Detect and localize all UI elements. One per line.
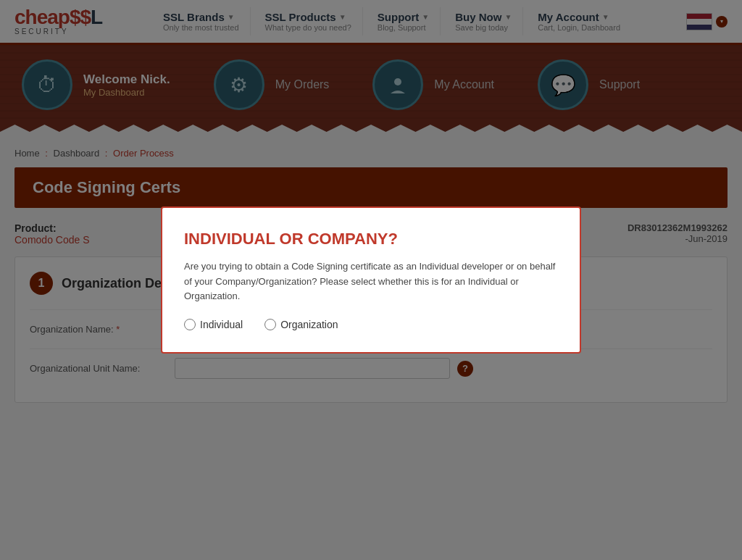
- individual-label: Individual: [200, 319, 243, 330]
- modal-box: INDIVIDUAL OR COMPANY? Are you trying to…: [161, 206, 581, 354]
- modal-options: Individual Organization: [184, 319, 558, 330]
- individual-option[interactable]: Individual: [184, 319, 243, 330]
- modal-overlay: INDIVIDUAL OR COMPANY? Are you trying to…: [0, 0, 742, 414]
- individual-radio[interactable]: [184, 319, 196, 330]
- modal-body: Are you trying to obtain a Code Signing …: [184, 259, 558, 304]
- organization-option[interactable]: Organization: [264, 319, 338, 330]
- organization-label: Organization: [280, 319, 338, 330]
- modal-title: INDIVIDUAL OR COMPANY?: [184, 230, 558, 248]
- organization-radio[interactable]: [264, 319, 276, 330]
